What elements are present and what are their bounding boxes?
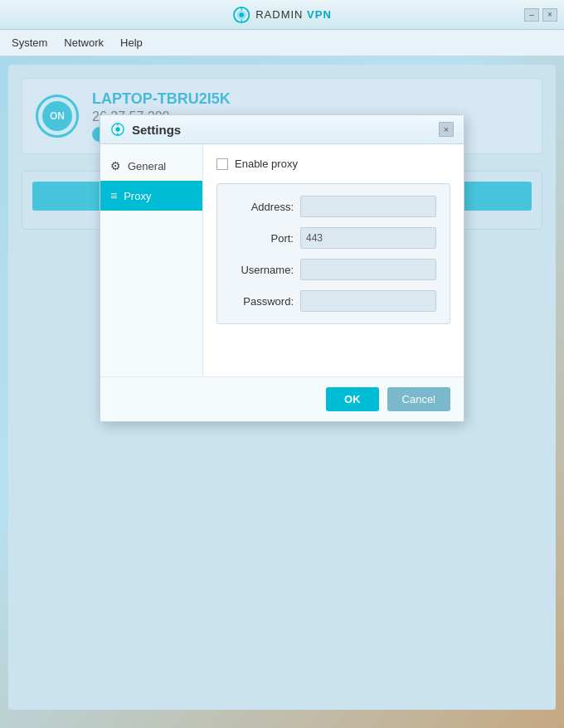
address-input[interactable] xyxy=(300,196,436,217)
username-input[interactable] xyxy=(300,259,436,280)
svg-point-5 xyxy=(115,127,119,131)
title-bar: RADMIN VPN – × xyxy=(0,0,564,30)
username-field-row: Username: xyxy=(231,259,436,280)
title-bar-center: RADMIN VPN xyxy=(232,6,332,24)
radmin-logo-icon xyxy=(232,6,250,24)
menu-help[interactable]: Help xyxy=(119,33,144,52)
general-icon: ⚙ xyxy=(110,159,121,172)
dialog-title: Settings xyxy=(132,123,181,137)
title-bar-controls: – × xyxy=(524,8,557,22)
address-field-row: Address: xyxy=(231,196,436,217)
enable-proxy-checkbox[interactable] xyxy=(216,158,228,170)
enable-proxy-label: Enable proxy xyxy=(235,158,298,170)
port-field-row: Port: xyxy=(231,227,436,249)
main-content: ON LAPTOP-TBRU2I5K 26.37.57.200 Online C… xyxy=(8,65,556,710)
dialog-content: Enable proxy Address: Port: xyxy=(203,144,464,376)
title-bar-text: RADMIN VPN xyxy=(255,8,332,21)
close-button[interactable]: × xyxy=(542,8,557,22)
proxy-icon: ≡ xyxy=(110,189,117,202)
dialog-header: Settings × xyxy=(100,115,464,144)
svg-point-1 xyxy=(239,12,244,17)
nav-item-general[interactable]: ⚙ General xyxy=(100,151,202,181)
cancel-button[interactable]: Cancel xyxy=(387,387,450,411)
password-input[interactable] xyxy=(300,290,436,312)
password-field-row: Password: xyxy=(231,290,436,312)
dialog-logo-icon xyxy=(110,122,125,137)
nav-item-proxy[interactable]: ≡ Proxy xyxy=(100,181,202,211)
password-label: Password: xyxy=(231,295,294,308)
menu-system[interactable]: System xyxy=(10,33,49,52)
modal-overlay: Settings × ⚙ General ≡ Proxy xyxy=(8,65,556,710)
ok-button[interactable]: OK xyxy=(326,387,379,411)
settings-dialog: Settings × ⚙ General ≡ Proxy xyxy=(100,114,464,422)
menu-network[interactable]: Network xyxy=(62,33,105,52)
dialog-header-left: Settings xyxy=(110,122,181,137)
port-label: Port: xyxy=(231,232,294,245)
menu-bar: System Network Help xyxy=(0,30,564,56)
nav-general-label: General xyxy=(128,160,166,172)
address-label: Address: xyxy=(231,201,294,213)
dialog-nav: ⚙ General ≡ Proxy xyxy=(100,144,203,376)
username-label: Username: xyxy=(231,264,294,276)
nav-proxy-label: Proxy xyxy=(124,190,151,202)
port-input[interactable] xyxy=(300,227,436,249)
enable-proxy-row: Enable proxy xyxy=(216,158,450,170)
dialog-close-button[interactable]: × xyxy=(439,122,454,137)
dialog-footer: OK Cancel xyxy=(100,376,464,421)
minimize-button[interactable]: – xyxy=(524,8,539,22)
proxy-fields: Address: Port: Username: Passwor xyxy=(216,183,450,324)
dialog-body: ⚙ General ≡ Proxy Enable proxy xyxy=(100,144,464,376)
